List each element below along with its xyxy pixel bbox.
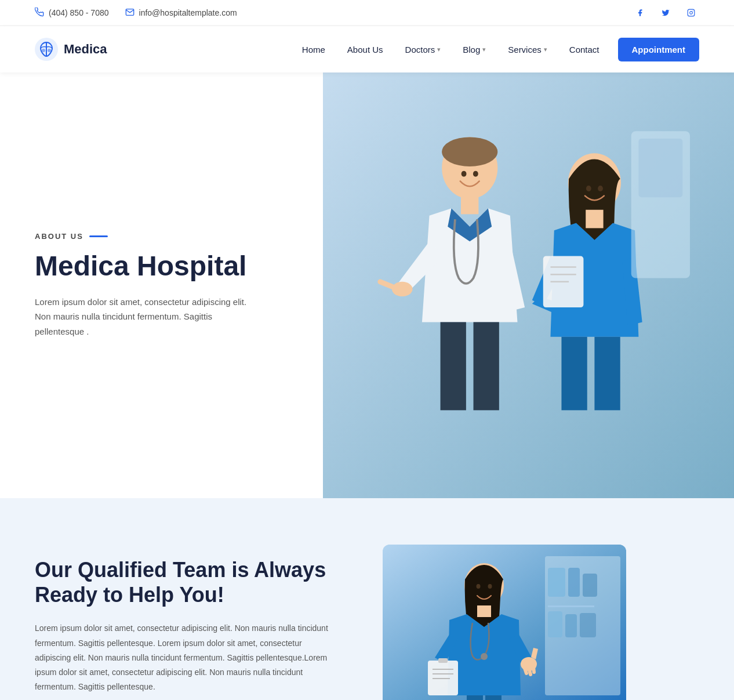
svg-rect-8 [461, 196, 478, 215]
instagram-icon[interactable] [683, 5, 699, 21]
svg-point-17 [462, 171, 467, 177]
nav-blog[interactable]: Blog ▾ [453, 40, 495, 59]
team-content: Our Qualified Team is Always Ready to He… [35, 557, 336, 694]
svg-rect-31 [583, 574, 597, 597]
svg-line-41 [533, 666, 534, 672]
svg-rect-34 [565, 614, 577, 637]
logo-icon [35, 38, 58, 61]
twitter-icon[interactable] [657, 5, 674, 21]
team-image [383, 545, 626, 700]
svg-point-19 [586, 186, 591, 191]
svg-rect-32 [548, 605, 594, 607]
phone-icon [35, 8, 44, 19]
nav-home[interactable]: Home [293, 40, 335, 59]
svg-rect-33 [548, 611, 562, 637]
svg-line-40 [529, 668, 530, 674]
nav-contact[interactable]: Contact [560, 40, 609, 59]
svg-point-4 [48, 49, 51, 52]
phone-number: (404) 850 - 7080 [49, 8, 109, 17]
about-label: ABOUT US [35, 232, 255, 241]
email-icon [125, 8, 135, 19]
svg-point-3 [42, 49, 45, 52]
team-image-container [383, 545, 626, 700]
appointment-button[interactable]: Appointment [618, 38, 699, 61]
email-address: info@hospitaltemplate.com [139, 8, 237, 17]
navbar: Medica Home About Us Doctors ▾ Blog ▾ Se… [0, 26, 734, 72]
topbar-contact: (404) 850 - 7080 info@hospitaltemplate.c… [35, 8, 237, 19]
social-links [632, 5, 699, 21]
services-chevron-icon: ▾ [544, 46, 547, 53]
hero-content-left: ABOUT US Medica Hospital Lorem ipsum dol… [0, 72, 323, 498]
hero-description: Lorem ipsum dolor sit amet, consectetur … [35, 295, 255, 339]
svg-rect-35 [580, 613, 596, 637]
svg-rect-14 [586, 210, 603, 229]
svg-rect-11 [441, 322, 466, 410]
svg-rect-43 [438, 658, 448, 663]
svg-point-9 [392, 282, 412, 296]
svg-point-49 [477, 584, 481, 589]
svg-point-20 [598, 186, 603, 191]
svg-point-18 [473, 171, 478, 177]
doctor-nurse-scene [323, 72, 734, 498]
hero-title: Medica Hospital [35, 251, 255, 282]
team-section: Our Qualified Team is Always Ready to He… [0, 498, 734, 700]
hero-image-right [323, 72, 734, 498]
doctors-chevron-icon: ▾ [437, 46, 441, 53]
logo-text: Medica [64, 42, 107, 57]
email-item[interactable]: info@hospitaltemplate.com [125, 8, 237, 19]
svg-rect-12 [474, 322, 499, 410]
svg-point-7 [442, 137, 497, 166]
nav-doctors[interactable]: Doctors ▾ [396, 40, 450, 59]
facebook-icon[interactable] [632, 5, 648, 21]
nav-services[interactable]: Services ▾ [499, 40, 557, 59]
about-label-line [89, 235, 108, 237]
svg-rect-29 [548, 568, 565, 597]
hero-image [323, 72, 734, 498]
svg-rect-0 [688, 9, 695, 16]
logo[interactable]: Medica [35, 38, 107, 61]
svg-line-39 [524, 666, 526, 673]
nurse-thumbsup-scene [383, 545, 626, 700]
team-description: Lorem ipsum dolor sit amet, consectetur … [35, 621, 336, 694]
svg-rect-26 [638, 139, 682, 197]
svg-point-50 [488, 584, 492, 589]
hero-section: ABOUT US Medica Hospital Lorem ipsum dol… [0, 72, 734, 498]
team-title: Our Qualified Team is Always Ready to He… [35, 557, 336, 607]
nav-links: Home About Us Doctors ▾ Blog ▾ Services … [293, 38, 699, 61]
svg-rect-16 [594, 337, 620, 411]
topbar: (404) 850 - 7080 info@hospitaltemplate.c… [0, 0, 734, 26]
svg-point-51 [481, 653, 488, 660]
nav-about[interactable]: About Us [338, 40, 393, 59]
phone-item[interactable]: (404) 850 - 7080 [35, 8, 109, 19]
svg-rect-48 [485, 695, 502, 700]
svg-rect-47 [467, 695, 483, 700]
svg-rect-37 [477, 605, 491, 617]
svg-rect-15 [561, 337, 587, 411]
blog-chevron-icon: ▾ [482, 46, 486, 53]
svg-rect-30 [568, 568, 580, 597]
